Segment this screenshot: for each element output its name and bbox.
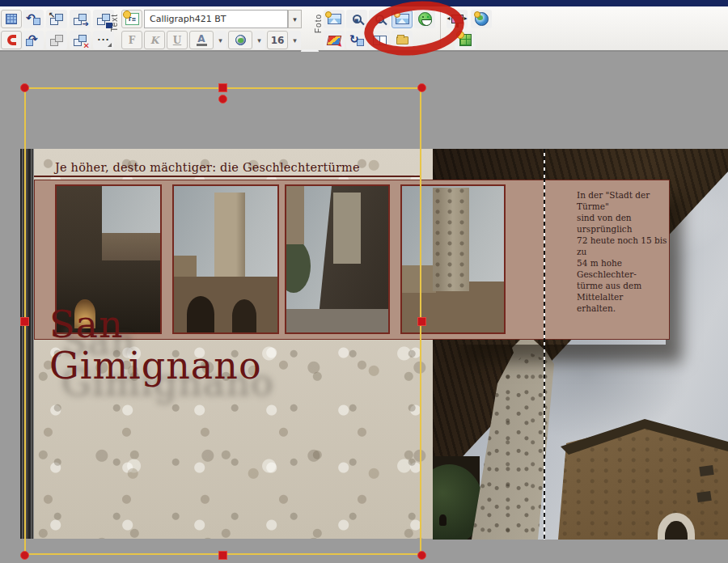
font-size-dropdown[interactable]: ▾ (289, 31, 301, 49)
bring-forward-button[interactable]: ↖ (46, 10, 67, 28)
main-toolbar: ↶ ↖ ➔ ↷ ✕ ··· Text T≡ Calligraph421 BT ▾… (0, 6, 728, 52)
photo-enhance-icon (396, 14, 409, 24)
page-heading-text[interactable]: Je höher, desto mächtiger: die Geschlech… (55, 161, 427, 174)
undo-button[interactable]: ↶ (23, 10, 44, 28)
fill-color-button[interactable] (228, 31, 252, 49)
selection-handle-top-left[interactable] (20, 83, 29, 92)
font-color-button[interactable]: A (189, 31, 214, 49)
magnet-icon (7, 35, 16, 45)
layout-grid-button[interactable] (455, 31, 476, 49)
folder-icon (396, 36, 408, 44)
font-dialog-button[interactable]: T≡ (121, 10, 142, 28)
undo-icon: ↶ (26, 11, 36, 24)
zoom-in-button[interactable]: + (369, 10, 390, 28)
selection-rotate-handle[interactable] (218, 95, 227, 104)
overlap-squares-icon: ↖ (50, 14, 63, 25)
color-swatch (197, 44, 207, 46)
page-fold-guide (544, 149, 545, 540)
app-window: ↶ ↖ ➔ ↷ ✕ ··· Text T≡ Calligraph421 BT ▾… (0, 0, 728, 563)
edit-more-button[interactable]: ··· (93, 31, 114, 49)
redo-icon: ↷ (28, 32, 38, 45)
underline-button[interactable]: U (167, 31, 188, 49)
auto-color-button[interactable] (324, 31, 345, 49)
tower (214, 193, 245, 288)
text-group-label: Text (110, 14, 119, 32)
slideshow-button[interactable] (447, 10, 468, 28)
selection-handle-top-center[interactable] (218, 83, 227, 92)
fill-color-dropdown[interactable]: ▾ (253, 31, 265, 49)
magnet-snap-button[interactable] (1, 31, 22, 49)
zoom-object-button[interactable]: ▪ (346, 10, 367, 28)
insert-object-button[interactable]: ➔ (70, 10, 91, 28)
smiley-icon (418, 12, 432, 26)
slideshow-icon (451, 15, 463, 23)
grid-icon (6, 14, 17, 24)
photo-frame-street[interactable] (285, 184, 390, 334)
tower (433, 188, 469, 291)
caption-text-block[interactable]: In der "Stadt der Türme" sind von den ur… (577, 189, 675, 314)
page-spread-button[interactable] (369, 31, 390, 49)
book-spread-icon (373, 36, 387, 45)
photo-enhance-button[interactable] (392, 10, 413, 28)
heading-underline (34, 176, 421, 177)
squares-disk-icon (97, 14, 110, 25)
photobook-spread: Je höher, desto mächtiger: die Geschlech… (20, 149, 728, 540)
page-edge-stripes (20, 149, 34, 539)
redo-button[interactable]: ↷ (23, 31, 44, 49)
toolbar-separator (440, 10, 441, 49)
layout-grid-icon (459, 34, 472, 46)
font-color-dropdown[interactable]: ▾ (214, 31, 226, 49)
editor-workspace: Je höher, desto mächtiger: die Geschlech… (0, 52, 728, 563)
plus-badge-icon (474, 11, 480, 18)
page-title-text[interactable]: San Gimignano (49, 304, 262, 387)
magnifier-plus-icon: + (375, 15, 384, 23)
foto-group-label: Foto (314, 14, 323, 33)
selection-handle-bottom-center[interactable] (218, 551, 227, 560)
tower (333, 193, 361, 264)
squares-delete-icon: ✕ (74, 35, 87, 46)
selection-handle-bottom-left[interactable] (20, 551, 29, 560)
window-title-strip (0, 0, 728, 6)
smiley-fun-button[interactable] (414, 10, 435, 28)
add-photo-icon (328, 14, 341, 24)
italic-button[interactable]: K (144, 31, 165, 49)
window-shutter (699, 465, 714, 476)
photo-folder-button[interactable] (392, 31, 413, 49)
selection-handle-bottom-right[interactable] (417, 551, 426, 560)
add-photo-button[interactable] (324, 10, 345, 28)
rotate-icon: ↻ (349, 32, 359, 45)
font-size-value[interactable]: 16 (267, 31, 288, 49)
rotate-photo-button[interactable]: ↻ (346, 31, 367, 49)
selection-handle-middle-left[interactable] (20, 317, 29, 326)
crenellated-wall (402, 265, 436, 293)
overlap-squares-gray-icon (50, 35, 63, 46)
auto-color-icon (327, 36, 342, 45)
photo-frame-big-tower[interactable] (400, 184, 506, 334)
font-dropdown-arrow[interactable]: ▾ (288, 10, 302, 28)
window-shutter (696, 491, 712, 502)
magnifier-icon: ▪ (353, 15, 362, 23)
web-upload-button[interactable] (471, 10, 492, 28)
font-icon: T≡ (125, 13, 139, 25)
grid-toggle-button[interactable] (1, 10, 22, 28)
delete-object-button[interactable]: ✕ (70, 31, 91, 49)
selection-handle-middle-right[interactable] (417, 317, 426, 326)
selection-handle-top-right[interactable] (417, 83, 426, 92)
squares-arrow-icon: ➔ (74, 14, 87, 25)
font-name-field[interactable]: Calligraph421 BT (144, 10, 288, 28)
fill-icon (235, 35, 246, 45)
send-backward-button[interactable] (46, 31, 67, 49)
bold-button[interactable]: F (121, 31, 142, 49)
street-lamp (439, 514, 447, 526)
